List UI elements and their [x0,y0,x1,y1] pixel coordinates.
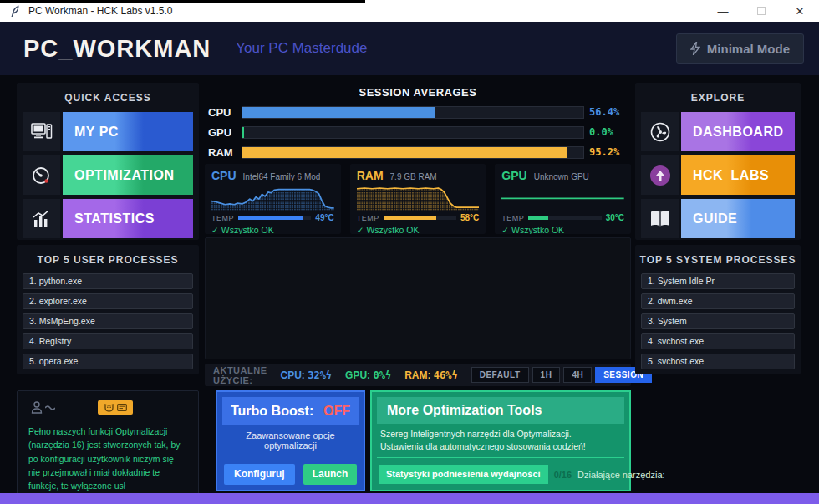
top-black-strip [0,0,365,3]
konfiguruj-button[interactable]: Konfiguruj [224,464,295,485]
sidebar-item-dashboard[interactable]: DASHBOARD [641,112,795,151]
cpu-temp-label: TEMP [211,214,234,222]
ram-temp-fill [384,216,436,220]
user-processes-title: TOP 5 USER PROCESSES [17,245,199,266]
sidebar-item-hck-labs[interactable]: HCK_LABS [641,155,795,195]
cpu-usage-stat: CPU: 32%ϟ [281,369,333,381]
gpu-usage-stat: GPU: 0%ϟ [345,369,391,381]
ram-temp-label: TEMP [357,214,379,222]
gpu-temp-label: TEMP [501,214,524,222]
optimization-info-text: Pełno naszych funkcji Optymalizacji (nar… [28,425,187,492]
arrow-up-circle-icon [641,155,679,195]
range-selector: DEFAULT 1H 4H SESSION [471,367,652,383]
sidebar-item-statistics[interactable]: STATISTICS [23,199,193,238]
gpu-label: GPU [205,126,242,139]
cpu-temp-fill [238,216,303,220]
turbo-boost-panel: Turbo Boost: OFF Zaawansowane opcje opty… [216,390,365,491]
cpu-monitor-desc: Intel64 Family 6 Mod [243,172,321,181]
system-process-row: 1. System Idle Pr [641,273,795,289]
user-process-row: 4. Registry [23,333,193,349]
gpu-monitor-name: GPU [501,169,526,182]
cpu-average-fill [242,107,435,118]
session-averages-title: SESSION AVERAGES [205,86,631,99]
session-average-row: GPU 0.0% [205,122,631,142]
computer-icon [23,112,60,151]
launch-button[interactable]: Launch [303,464,357,485]
turbo-boost-subtitle: Zaawansowane opcje optymalizacji [221,430,360,451]
sidebar-item-label: MY PC [63,112,193,151]
user-process-row: 5. opera.exe [23,354,193,369]
gpu-monitor-card: GPU Unknown GPU TEMP 30°C ✓ Wszystko OK [495,164,631,234]
minimal-mode-label: Minimal Mode [707,42,790,56]
divider [222,456,359,456]
fan-icon [641,112,679,151]
ram-monitor-name: RAM [357,169,384,182]
gpu-temp-value: 30°C [606,213,624,222]
ram-monitor-desc: 7.9 GB RAM [390,172,437,181]
cpu-temp-bar [238,216,311,220]
cpu-monitor-name: CPU [211,169,237,182]
agent-person-icon [31,401,55,414]
optimization-tools-panel: More Optimization Tools Szereg Inteligen… [370,390,631,491]
current-usage-bar: AKTUALNE UŻYCIE: CPU: 32%ϟ GPU: 0%ϟ RAM:… [205,364,631,386]
user-processes-panel: TOP 5 USER PROCESSES 1. python.exe 2. ex… [17,245,199,374]
system-processes-title: TOP 5 SYSTEM PROCESSES [635,245,801,266]
ram-temp-value: 58°C [460,213,479,222]
ram-monitor-card: RAM 7.9 GB RAM TEMP 58°C ✓ Wszystko OK [350,164,486,234]
footer-accent-bar [0,493,819,504]
speedometer-icon [23,155,60,195]
current-usage-label: AKTUALNE UŻYCIE: [213,365,267,385]
system-process-row: 3. System [641,313,795,329]
optimization-tools-title: More Optimization Tools [377,397,624,424]
agent-mode-button[interactable] [98,400,133,415]
sidebar-item-label: OPTIMIZATION [63,155,193,195]
session-average-row: CPU 56.4% [205,102,631,122]
gpu-average-bar [242,126,584,139]
cpu-temp-value: 49°C [315,213,333,222]
user-process-row: 2. explorer.exe [23,293,193,309]
sidebar-item-label: GUIDE [681,199,795,238]
ram-usage-graph [357,184,480,211]
sidebar-item-optimization[interactable]: OPTIMIZATION [23,155,193,195]
range-4h-button[interactable]: 4H [563,367,592,383]
turbo-boost-state: OFF [323,404,350,419]
gpu-monitor-desc: Unknown GPU [534,172,589,181]
optimization-info-panel: Pełno naszych funkcji Optymalizacji (nar… [17,390,199,495]
sidebar-item-guide[interactable]: GUIDE [641,199,795,238]
sidebar-item-label: DASHBOARD [681,112,795,151]
minimal-mode-button[interactable]: Minimal Mode [676,33,804,64]
explore-title: EXPLORE [635,83,801,104]
ram-average-fill [242,147,567,158]
cpu-usage-graph [211,184,334,211]
ram-average-bar [242,146,584,159]
close-button[interactable]: ✕ [781,0,819,22]
sidebar-item-label: HCK_LABS [681,155,795,195]
range-1h-button[interactable]: 1H [532,367,561,383]
optimization-tools-line2: Ustawienia dla automatycznego stosowania… [380,441,621,451]
window-titlebar: PC Workman - HCK Labs v1.5.0 — ✕ [0,0,819,22]
lightning-icon [690,42,700,55]
quick-access-panel: QUICK ACCESS MY PC OPTIMIZATION STATISTI… [17,83,199,240]
sidebar-item-my-pc[interactable]: MY PC [23,112,193,151]
cpu-monitor-card: CPU Intel64 Family 6 Mod TEMP 49°C ✓ Wsz… [205,164,341,234]
range-default-button[interactable]: DEFAULT [471,367,529,383]
gpu-usage-graph [501,184,624,211]
gpu-status-ok: ✓ Wszystko OK [501,225,624,234]
app-tagline: Your PC Masterdude [236,40,367,57]
explore-panel: EXPLORE DASHBOARD HCK_LABS GUIDE [635,83,801,240]
minimize-button[interactable]: — [704,0,742,22]
app-header: PC_WORKMAN Your PC Masterdude Minimal Mo… [0,22,819,75]
maximize-button[interactable] [742,0,781,22]
session-average-row: RAM 95.2% [205,142,631,162]
main-content: QUICK ACCESS MY PC OPTIMIZATION STATISTI… [0,75,819,491]
gpu-average-value: 0.0% [589,126,613,138]
active-tools-label: Działające narzędzia: [577,470,665,480]
app-logo: PC_WORKMAN [23,35,211,63]
turbo-boost-header: Turbo Boost: OFF [222,397,359,425]
main-usage-graph-area [205,237,631,359]
cpu-status-ok: ✓ Wszystko OK [211,225,334,234]
cpu-average-bar [242,106,584,119]
window-title: PC Workman - HCK Labs v1.5.0 [28,5,173,17]
ram-temp-bar [384,216,456,220]
performance-stats-button[interactable]: Statystyki podniesienia wydajności [379,465,548,484]
